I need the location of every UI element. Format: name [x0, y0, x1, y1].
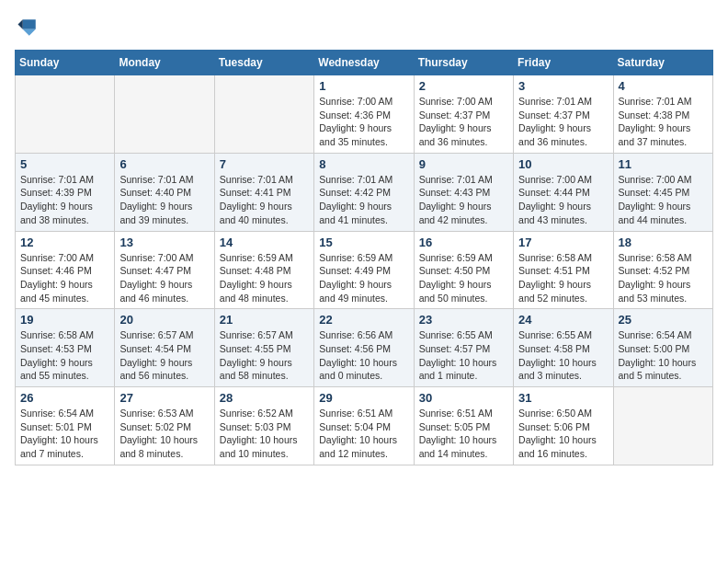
day-number: 22: [319, 313, 408, 327]
calendar-cell: 7Sunrise: 7:01 AM Sunset: 4:41 PM Daylig…: [214, 153, 313, 231]
day-info: Sunrise: 7:01 AM Sunset: 4:40 PM Dayligh…: [119, 173, 209, 227]
day-info: Sunrise: 6:59 AM Sunset: 4:49 PM Dayligh…: [319, 251, 408, 305]
day-number: 7: [220, 157, 309, 171]
day-number: 5: [20, 157, 109, 171]
calendar-week-row: 5Sunrise: 7:01 AM Sunset: 4:39 PM Daylig…: [16, 153, 713, 231]
day-number: 12: [20, 236, 109, 249]
calendar-cell: 13Sunrise: 7:00 AM Sunset: 4:47 PM Dayli…: [115, 231, 214, 309]
calendar-cell: 29Sunrise: 6:51 AM Sunset: 5:04 PM Dayli…: [314, 387, 414, 465]
day-number: 6: [119, 157, 209, 171]
calendar-cell: 17Sunrise: 6:58 AM Sunset: 4:51 PM Dayli…: [514, 231, 613, 309]
calendar-cell: [16, 75, 115, 154]
day-info: Sunrise: 6:58 AM Sunset: 4:51 PM Dayligh…: [518, 251, 608, 305]
day-number: 8: [319, 157, 408, 171]
day-header-tuesday: Tuesday: [214, 51, 313, 75]
calendar-cell: 16Sunrise: 6:59 AM Sunset: 4:50 PM Dayli…: [414, 231, 513, 309]
day-header-friday: Friday: [514, 51, 613, 75]
calendar-cell: 22Sunrise: 6:56 AM Sunset: 4:56 PM Dayli…: [314, 309, 414, 387]
calendar-cell: 15Sunrise: 6:59 AM Sunset: 4:49 PM Dayli…: [314, 231, 414, 309]
calendar-week-row: 12Sunrise: 7:00 AM Sunset: 4:46 PM Dayli…: [16, 231, 713, 309]
day-number: 4: [619, 79, 708, 93]
day-info: Sunrise: 6:55 AM Sunset: 4:57 PM Dayligh…: [419, 328, 508, 383]
day-info: Sunrise: 7:01 AM Sunset: 4:39 PM Dayligh…: [20, 173, 109, 227]
day-number: 28: [220, 391, 309, 405]
day-info: Sunrise: 7:00 AM Sunset: 4:36 PM Dayligh…: [319, 95, 408, 149]
calendar-cell: 27Sunrise: 6:53 AM Sunset: 5:02 PM Dayli…: [115, 387, 214, 465]
calendar-cell: 5Sunrise: 7:01 AM Sunset: 4:39 PM Daylig…: [16, 153, 115, 231]
day-info: Sunrise: 7:01 AM Sunset: 4:37 PM Dayligh…: [518, 95, 608, 149]
day-info: Sunrise: 6:54 AM Sunset: 5:01 PM Dayligh…: [20, 407, 109, 461]
calendar-cell: 9Sunrise: 7:01 AM Sunset: 4:43 PM Daylig…: [414, 153, 513, 231]
day-info: Sunrise: 7:01 AM Sunset: 4:41 PM Dayligh…: [220, 173, 309, 227]
calendar-cell: 12Sunrise: 7:00 AM Sunset: 4:46 PM Dayli…: [16, 231, 115, 309]
day-info: Sunrise: 6:54 AM Sunset: 5:00 PM Dayligh…: [619, 328, 708, 383]
calendar-cell: 28Sunrise: 6:52 AM Sunset: 5:03 PM Dayli…: [214, 387, 313, 465]
day-info: Sunrise: 6:53 AM Sunset: 5:02 PM Dayligh…: [119, 407, 209, 461]
day-number: 1: [319, 79, 408, 93]
day-info: Sunrise: 6:51 AM Sunset: 5:05 PM Dayligh…: [419, 407, 508, 461]
day-number: 13: [119, 236, 209, 249]
day-number: 23: [419, 313, 508, 327]
day-info: Sunrise: 7:00 AM Sunset: 4:46 PM Dayligh…: [20, 251, 109, 305]
day-info: Sunrise: 6:57 AM Sunset: 4:55 PM Dayligh…: [220, 328, 309, 383]
day-number: 11: [619, 157, 708, 171]
day-header-monday: Monday: [115, 51, 214, 75]
calendar-cell: [115, 75, 214, 154]
day-number: 29: [319, 391, 408, 405]
calendar-cell: 10Sunrise: 7:00 AM Sunset: 4:44 PM Dayli…: [514, 153, 613, 231]
day-info: Sunrise: 7:00 AM Sunset: 4:47 PM Dayligh…: [119, 251, 209, 305]
page-header: [15, 15, 713, 40]
calendar-cell: 2Sunrise: 7:00 AM Sunset: 4:37 PM Daylig…: [414, 75, 513, 154]
calendar-table: SundayMondayTuesdayWednesdayThursdayFrid…: [15, 50, 713, 465]
day-number: 20: [119, 313, 209, 327]
day-number: 27: [119, 391, 209, 405]
calendar-week-row: 19Sunrise: 6:58 AM Sunset: 4:53 PM Dayli…: [16, 309, 713, 387]
day-info: Sunrise: 6:52 AM Sunset: 5:03 PM Dayligh…: [220, 407, 309, 461]
day-number: 2: [419, 79, 508, 93]
logo: [15, 15, 44, 40]
calendar-cell: [214, 75, 313, 154]
day-number: 21: [220, 313, 309, 327]
day-info: Sunrise: 6:58 AM Sunset: 4:53 PM Dayligh…: [20, 328, 109, 383]
day-number: 16: [419, 236, 508, 249]
calendar-cell: 11Sunrise: 7:00 AM Sunset: 4:45 PM Dayli…: [613, 153, 712, 231]
calendar-cell: 24Sunrise: 6:55 AM Sunset: 4:58 PM Dayli…: [514, 309, 613, 387]
day-number: 30: [419, 391, 508, 405]
day-header-saturday: Saturday: [613, 51, 712, 75]
calendar-week-row: 26Sunrise: 6:54 AM Sunset: 5:01 PM Dayli…: [16, 387, 713, 465]
day-info: Sunrise: 6:51 AM Sunset: 5:04 PM Dayligh…: [319, 407, 408, 461]
calendar-cell: 19Sunrise: 6:58 AM Sunset: 4:53 PM Dayli…: [16, 309, 115, 387]
day-info: Sunrise: 6:55 AM Sunset: 4:58 PM Dayligh…: [518, 328, 608, 383]
calendar-cell: 25Sunrise: 6:54 AM Sunset: 5:00 PM Dayli…: [613, 309, 712, 387]
day-header-sunday: Sunday: [16, 51, 115, 75]
calendar-cell: 20Sunrise: 6:57 AM Sunset: 4:54 PM Dayli…: [115, 309, 214, 387]
svg-marker-1: [23, 19, 36, 29]
calendar-cell: 21Sunrise: 6:57 AM Sunset: 4:55 PM Dayli…: [214, 309, 313, 387]
calendar-cell: 18Sunrise: 6:58 AM Sunset: 4:52 PM Dayli…: [613, 231, 712, 309]
day-number: 18: [619, 236, 708, 249]
calendar-week-row: 1Sunrise: 7:00 AM Sunset: 4:36 PM Daylig…: [16, 75, 713, 154]
day-number: 17: [518, 236, 608, 249]
calendar-header-row: SundayMondayTuesdayWednesdayThursdayFrid…: [16, 51, 713, 75]
day-number: 25: [619, 313, 708, 327]
day-number: 19: [20, 313, 109, 327]
day-info: Sunrise: 7:01 AM Sunset: 4:38 PM Dayligh…: [619, 95, 708, 149]
day-header-wednesday: Wednesday: [314, 51, 414, 75]
day-info: Sunrise: 7:00 AM Sunset: 4:37 PM Dayligh…: [419, 95, 508, 149]
day-number: 10: [518, 157, 608, 171]
day-info: Sunrise: 6:58 AM Sunset: 4:52 PM Dayligh…: [619, 251, 708, 305]
calendar-cell: 4Sunrise: 7:01 AM Sunset: 4:38 PM Daylig…: [613, 75, 712, 154]
day-info: Sunrise: 6:50 AM Sunset: 5:06 PM Dayligh…: [518, 407, 608, 461]
day-header-thursday: Thursday: [414, 51, 513, 75]
day-number: 15: [319, 236, 408, 249]
calendar-cell: 14Sunrise: 6:59 AM Sunset: 4:48 PM Dayli…: [214, 231, 313, 309]
day-number: 24: [518, 313, 608, 327]
day-info: Sunrise: 7:01 AM Sunset: 4:42 PM Dayligh…: [319, 173, 408, 227]
calendar-cell: 31Sunrise: 6:50 AM Sunset: 5:06 PM Dayli…: [514, 387, 613, 465]
day-number: 9: [419, 157, 508, 171]
day-number: 14: [220, 236, 309, 249]
day-info: Sunrise: 7:00 AM Sunset: 4:45 PM Dayligh…: [619, 173, 708, 227]
calendar-cell: 23Sunrise: 6:55 AM Sunset: 4:57 PM Dayli…: [414, 309, 513, 387]
calendar-cell: 3Sunrise: 7:01 AM Sunset: 4:37 PM Daylig…: [514, 75, 613, 154]
day-info: Sunrise: 6:59 AM Sunset: 4:50 PM Dayligh…: [419, 251, 508, 305]
